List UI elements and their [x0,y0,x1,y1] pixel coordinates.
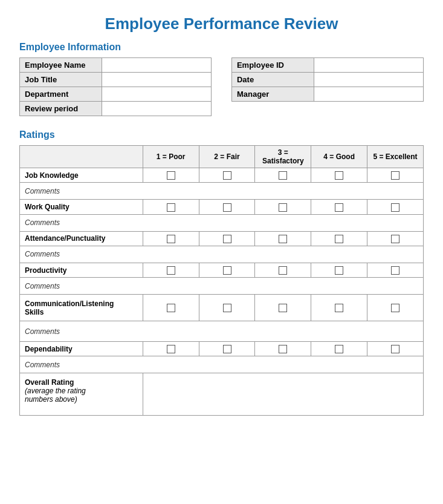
checkbox-icon[interactable] [167,235,175,243]
checkbox-icon[interactable] [167,345,175,353]
communication-1[interactable] [143,295,199,321]
review-period-label: Review period [20,102,102,116]
checkbox-icon[interactable] [391,345,399,353]
communication-3[interactable] [255,295,311,321]
work-quality-3[interactable] [255,200,311,214]
ratings-section-title: Ratings [19,129,424,140]
checkbox-icon[interactable] [223,266,231,275]
productivity-3[interactable] [255,263,311,277]
dependability-3[interactable] [255,342,311,356]
attendance-1[interactable] [143,231,199,246]
checkbox-icon[interactable] [279,266,287,275]
productivity-comments[interactable]: Comments [20,278,424,295]
row-productivity: Productivity [20,263,424,277]
work-quality-label: Work Quality [20,200,143,214]
department-label: Department [20,87,102,102]
header-category [20,146,143,168]
dependability-label: Dependability [20,342,143,356]
checkbox-icon[interactable] [223,304,231,312]
checkbox-icon[interactable] [167,304,175,312]
row-job-knowledge: Job Knowledge [20,168,424,183]
dependability-2[interactable] [199,342,255,356]
date-value[interactable] [314,73,423,87]
manager-value[interactable] [314,87,423,102]
row-work-quality: Work Quality [20,200,424,214]
dependability-1[interactable] [143,342,199,356]
work-quality-4[interactable] [311,200,367,214]
attendance-4[interactable] [311,231,367,246]
job-title-value[interactable] [102,73,211,87]
productivity-2[interactable] [199,263,255,277]
checkbox-icon[interactable] [223,203,231,212]
row-dependability-comments: Comments [20,356,424,373]
communication-5[interactable] [367,295,424,321]
info-row-4: Review period [20,102,424,116]
page-title: Employee Performance Review [19,15,424,33]
row-communication-comments: Comments [20,321,424,342]
job-knowledge-3[interactable] [255,168,311,183]
checkbox-icon[interactable] [223,235,231,243]
checkbox-icon[interactable] [391,171,399,180]
work-quality-2[interactable] [199,200,255,214]
overall-rating-title: Overall Rating [25,378,74,387]
work-quality-5[interactable] [367,200,424,214]
checkbox-icon[interactable] [279,304,287,312]
communication-4[interactable] [311,295,367,321]
checkbox-icon[interactable] [279,235,287,243]
job-knowledge-4[interactable] [311,168,367,183]
checkbox-icon[interactable] [167,266,175,275]
overall-rating-value[interactable] [143,373,423,416]
row-communication: Communication/ListeningSkills [20,295,424,321]
date-label: Date [231,73,314,87]
checkbox-icon[interactable] [335,235,343,243]
checkbox-icon[interactable] [223,171,231,180]
checkbox-icon[interactable] [335,345,343,353]
checkbox-icon[interactable] [167,171,175,180]
work-quality-comments[interactable]: Comments [20,214,424,231]
row-dependability: Dependability [20,342,424,356]
ratings-table: 1 = Poor 2 = Fair 3 =Satisfactory 4 = Go… [19,145,424,416]
checkbox-icon[interactable] [279,345,287,353]
attendance-label: Attendance/Punctuality [20,231,143,246]
checkbox-icon[interactable] [335,203,343,212]
checkbox-icon[interactable] [167,203,175,212]
job-knowledge-5[interactable] [367,168,424,183]
attendance-5[interactable] [367,231,424,246]
checkbox-icon[interactable] [391,266,399,275]
checkbox-icon[interactable] [335,304,343,312]
dependability-5[interactable] [367,342,424,356]
job-knowledge-comments[interactable]: Comments [20,183,424,200]
productivity-1[interactable] [143,263,199,277]
job-knowledge-1[interactable] [143,168,199,183]
productivity-label: Productivity [20,263,143,277]
row-work-quality-comments: Comments [20,214,424,231]
checkbox-icon[interactable] [391,235,399,243]
review-period-value[interactable] [102,102,211,116]
employee-name-value[interactable] [102,58,211,73]
attendance-comments[interactable]: Comments [20,246,424,263]
overall-rating-description: (average the ratingnumbers above) [25,387,86,404]
header-1-poor: 1 = Poor [143,146,199,168]
productivity-4[interactable] [311,263,367,277]
job-knowledge-2[interactable] [199,168,255,183]
work-quality-1[interactable] [143,200,199,214]
info-row-3: Department Manager [20,87,424,102]
communication-comments[interactable]: Comments [20,321,424,342]
dependability-comments[interactable]: Comments [20,356,424,373]
checkbox-icon[interactable] [391,304,399,312]
attendance-2[interactable] [199,231,255,246]
checkbox-icon[interactable] [223,345,231,353]
checkbox-icon[interactable] [335,266,343,275]
communication-label: Communication/ListeningSkills [20,295,143,321]
employee-id-value[interactable] [314,58,423,73]
attendance-3[interactable] [255,231,311,246]
checkbox-icon[interactable] [335,171,343,180]
checkbox-icon[interactable] [279,203,287,212]
communication-2[interactable] [199,295,255,321]
productivity-5[interactable] [367,263,424,277]
checkbox-icon[interactable] [391,203,399,212]
row-attendance: Attendance/Punctuality [20,231,424,246]
department-value[interactable] [102,87,211,102]
checkbox-icon[interactable] [279,171,287,180]
dependability-4[interactable] [311,342,367,356]
